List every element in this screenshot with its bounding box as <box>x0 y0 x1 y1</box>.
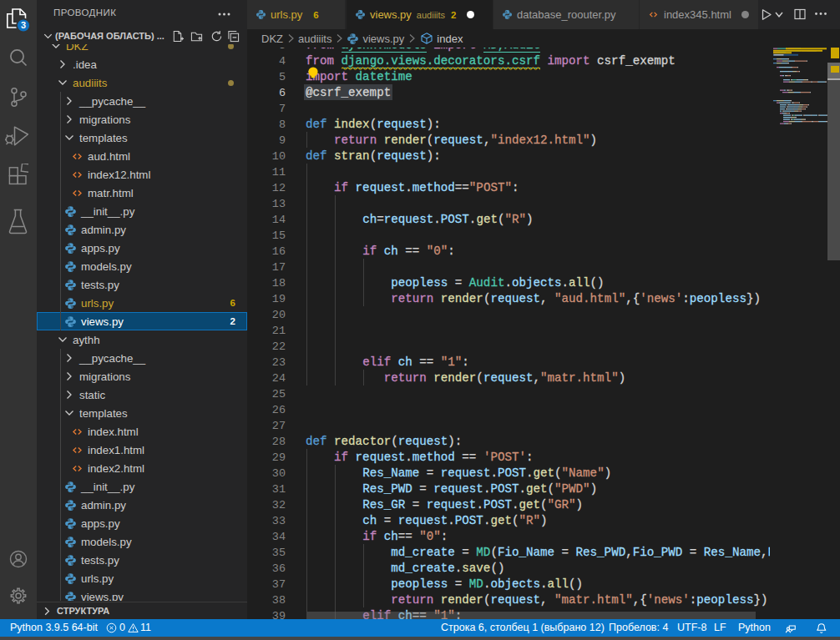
svg-text:3: 3 <box>21 20 26 30</box>
